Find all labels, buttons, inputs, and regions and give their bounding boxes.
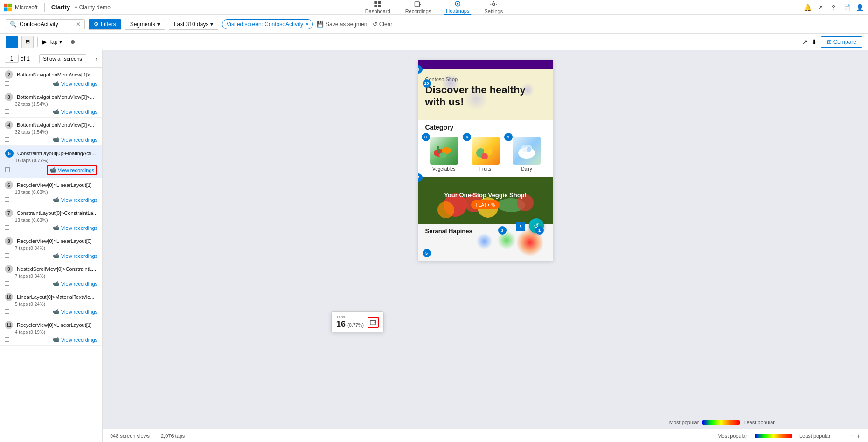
- video-icon: 📹: [53, 309, 59, 315]
- product-dairy: 2 Dairy: [508, 137, 546, 172]
- tap-button[interactable]: ▶ Tap ▾: [37, 37, 67, 47]
- view-recordings-link[interactable]: 📹 View recordings: [53, 337, 97, 343]
- account-icon[interactable]: 👤: [855, 3, 864, 12]
- download-toolbar-icon[interactable]: ⬇: [812, 38, 817, 46]
- dairy-svg: [513, 137, 541, 165]
- heatmap-badge-2: 2: [504, 133, 513, 141]
- item-icon: [5, 253, 9, 258]
- list-item[interactable]: 8 RecyclerView[0]>LinearLayout[0] 7 taps…: [0, 234, 102, 262]
- item-title: NestedScrollView[0]>ConstraintL...: [17, 266, 96, 272]
- list-item[interactable]: 3 BottomNavigationMenuView[0]>... 32 tap…: [0, 90, 102, 118]
- list-item[interactable]: 9 NestedScrollView[0]>ConstraintL... 7 t…: [0, 262, 102, 290]
- compare-button[interactable]: ⊞ Compare: [821, 36, 862, 48]
- svg-point-22: [527, 147, 531, 152]
- item-taps: 7 taps (0.34%): [15, 274, 45, 279]
- flat-button[interactable]: FLAT • %: [471, 200, 500, 209]
- tooltip-camera-button[interactable]: [368, 317, 379, 328]
- list-item[interactable]: 2 BottomNavigationMenuView[0]>... 📹 View…: [0, 68, 102, 90]
- brand-area: Microsoft Clarity ▾ Clarity demo: [4, 3, 111, 12]
- list-item[interactable]: 4 BottomNavigationMenuView[0]>... 32 tap…: [0, 118, 102, 146]
- item-title: ConstraintLayout[0]>ConstraintLa...: [17, 210, 97, 216]
- visited-screen-chip[interactable]: Visited screen: ContosoActivity ✕: [222, 19, 313, 29]
- svg-rect-5: [378, 1, 381, 4]
- share-toolbar-icon[interactable]: ↗: [802, 38, 808, 46]
- zoom-out-icon[interactable]: −: [849, 432, 853, 440]
- view-recordings-link[interactable]: 📹 View recordings: [53, 197, 97, 203]
- help-icon[interactable]: ?: [829, 3, 838, 12]
- view-recordings-link[interactable]: 📹 View recordings: [53, 109, 97, 115]
- list-item-selected[interactable]: 5 ConstraintLayout[0]>FloatingActi... 16…: [0, 146, 102, 178]
- svg-rect-0: [4, 3, 8, 7]
- nav-dashboard[interactable]: Dashboard: [363, 0, 392, 15]
- document-icon[interactable]: 📄: [842, 3, 851, 12]
- heatmap-badge-3: 3: [498, 226, 507, 235]
- category-section: Category 8 Vegetables: [418, 120, 553, 177]
- heatmap-badge-6: 6: [463, 133, 471, 141]
- svg-rect-2: [4, 7, 8, 11]
- vegetables-label: Vegetables: [432, 166, 456, 172]
- fruits-image: [472, 137, 500, 165]
- bottom-statusbar: 948 screen views 2,076 taps Most popular…: [103, 429, 868, 442]
- brand-ms-label: Microsoft: [15, 4, 38, 11]
- item-taps: 32 taps (1.54%): [15, 130, 48, 135]
- view-recordings-link[interactable]: 📹 View recordings: [53, 281, 97, 287]
- item-taps: 13 taps (0.63%): [15, 218, 48, 223]
- page-input[interactable]: [5, 55, 19, 63]
- item-number: 3: [5, 93, 13, 101]
- search-icon: 🔍: [10, 21, 17, 28]
- hero-section: Contoso Shop Discover the healthy with u…: [418, 69, 553, 120]
- microsoft-logo: [4, 3, 12, 12]
- item-number: 2: [5, 70, 13, 79]
- zoom-in-icon[interactable]: +: [857, 432, 861, 440]
- heatmap-badge-5-left: 5: [423, 249, 431, 257]
- svg-point-15: [439, 152, 447, 158]
- view-recordings-link[interactable]: 📹 View recordings: [53, 137, 97, 143]
- nav-heatmaps[interactable]: Heatmaps: [444, 0, 471, 15]
- nav-settings[interactable]: Settings: [482, 0, 505, 15]
- view-recordings-link[interactable]: 📹 View recordings: [53, 309, 97, 315]
- svg-rect-6: [375, 5, 377, 7]
- item-icon: [5, 281, 9, 286]
- video-icon: 📹: [53, 253, 59, 259]
- vegetables-image: [430, 137, 458, 165]
- item-icon: [5, 137, 9, 142]
- video-icon: 📹: [53, 137, 59, 143]
- search-box[interactable]: 🔍 ContosoActivity ✕: [6, 19, 85, 29]
- view-recordings-link[interactable]: 📹 View recordings: [53, 253, 97, 259]
- nav-recordings[interactable]: Recordings: [403, 0, 433, 15]
- svg-rect-16: [437, 146, 439, 153]
- screen-list: 2 BottomNavigationMenuView[0]>... 📹 View…: [0, 68, 102, 442]
- clear-search-icon[interactable]: ✕: [76, 21, 81, 28]
- view-recordings-highlighted-link[interactable]: 📹 View recordings: [47, 165, 97, 175]
- list-view-button[interactable]: ≡: [6, 36, 18, 48]
- save-icon: 💾: [317, 21, 324, 28]
- video-icon: 📹: [53, 337, 59, 343]
- segments-button[interactable]: Segments ▾: [125, 19, 165, 30]
- list-item[interactable]: 6 RecyclerView[0]>LinearLayout[1] 13 tap…: [0, 178, 102, 206]
- view-recordings-link[interactable]: 📹 View recordings: [53, 81, 97, 87]
- item-title: BottomNavigationMenuView[0]>...: [17, 122, 94, 128]
- date-filter-button[interactable]: Last 310 days ▾: [169, 19, 219, 30]
- view-recordings-link[interactable]: 📹 View recordings: [53, 225, 97, 231]
- svg-point-12: [493, 3, 495, 6]
- save-segment-button[interactable]: 💾 Save as segment: [317, 21, 369, 28]
- item-number: 8: [5, 237, 13, 245]
- item-number: 7: [5, 209, 13, 217]
- item-title: LinearLayout[0]>MaterialTextVie...: [17, 294, 94, 300]
- shop-name: Contoso Shop: [425, 76, 546, 82]
- chip-close-icon[interactable]: ✕: [305, 21, 309, 27]
- demo-label[interactable]: ▾ Clarity demo: [75, 4, 111, 11]
- clear-button[interactable]: ↺ Clear: [373, 21, 393, 28]
- share-icon[interactable]: ↗: [816, 3, 825, 12]
- filters-button[interactable]: ⚙ Filters: [89, 19, 121, 30]
- list-item[interactable]: 11 RecyclerView[0]>LinearLayout[1] 4 tap…: [0, 318, 102, 346]
- show-all-screens-button[interactable]: Show all screens: [39, 54, 86, 63]
- notification-icon[interactable]: 🔔: [803, 3, 812, 12]
- list-item[interactable]: 10 LinearLayout[0]>MaterialTextVie... 5 …: [0, 290, 102, 318]
- grid-view-button[interactable]: ⊞: [21, 36, 34, 48]
- list-item[interactable]: 7 ConstraintLayout[0]>ConstraintLa... 13…: [0, 206, 102, 234]
- heatmap-badge-1: 1: [535, 226, 544, 235]
- collapse-panel-button[interactable]: ‹: [95, 55, 97, 62]
- product-vegetables: 8 Vegetables: [425, 137, 463, 172]
- dashboard-icon: [374, 0, 382, 8]
